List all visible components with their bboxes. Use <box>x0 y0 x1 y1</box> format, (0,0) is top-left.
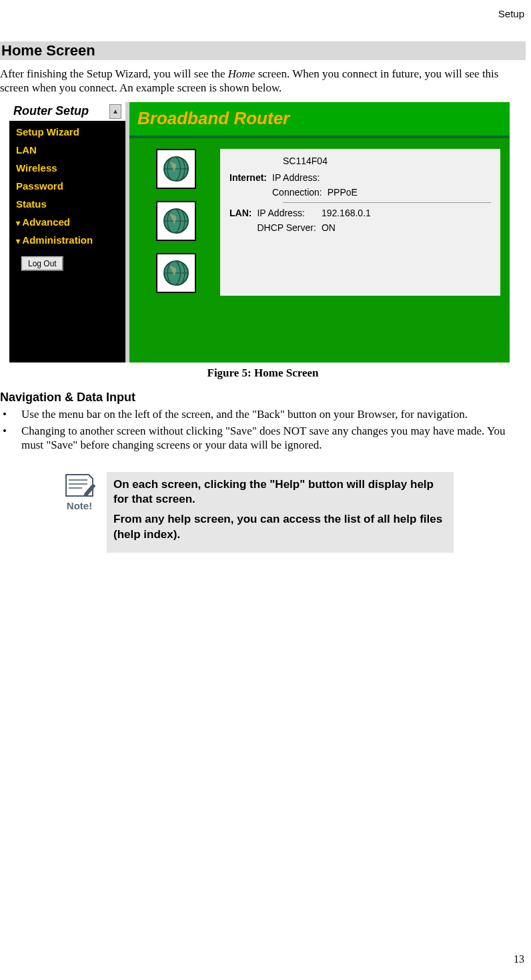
internet-label: Internet: <box>229 170 272 185</box>
globe-icon <box>156 253 196 293</box>
globe-icon <box>156 201 196 241</box>
logout-button[interactable]: Log Out <box>21 256 63 271</box>
globe-icon <box>156 149 196 189</box>
lan-label: LAN: <box>229 206 257 220</box>
bullet-list: •Use the menu bar on the left of the scr… <box>0 407 526 453</box>
router-screenshot: Router Setup ▲ Setup Wizard LAN Wireless… <box>9 102 510 362</box>
section-header: Setup <box>498 8 524 19</box>
internet-ip-label: IP Address: <box>272 170 328 185</box>
sidebar: Router Setup ▲ Setup Wizard LAN Wireless… <box>9 102 125 362</box>
sidebar-item-administration[interactable]: Administration <box>16 234 120 246</box>
sidebar-links: Setup Wizard LAN Wireless Password Statu… <box>9 121 125 246</box>
content-body: SC114F04 Internet: IP Address: Connectio… <box>129 138 510 362</box>
bullet-item: •Changing to another screen without clic… <box>0 424 526 453</box>
figure-home-screen: Router Setup ▲ Setup Wizard LAN Wireless… <box>9 102 526 362</box>
bullet-item: •Use the menu bar on the left of the scr… <box>0 407 526 421</box>
sidebar-item-status[interactable]: Status <box>16 198 120 210</box>
note-block: Note! On each screen, clicking the "Help… <box>60 472 454 552</box>
sidebar-title: Router Setup <box>13 104 89 118</box>
sidebar-item-lan[interactable]: LAN <box>16 144 120 156</box>
lan-ip-label: IP Address: <box>257 206 321 220</box>
intro-paragraph: After finishing the Setup Wizard, you wi… <box>0 67 526 95</box>
note-icon: Note! <box>60 472 99 552</box>
figure-caption: Figure 5: Home Screen <box>0 366 526 380</box>
sidebar-item-wireless[interactable]: Wireless <box>16 162 120 174</box>
lan-dhcp-label: DHCP Server: <box>257 220 321 235</box>
intro-text-a: After finishing the Setup Wizard, you wi… <box>0 67 228 80</box>
note-paragraph: On each screen, clicking the "Help" butt… <box>113 477 447 507</box>
scroll-up-icon[interactable]: ▲ <box>109 104 121 119</box>
bullet-text: Use the menu bar on the left of the scre… <box>21 407 468 421</box>
sidebar-item-setup-wizard[interactable]: Setup Wizard <box>16 126 120 138</box>
sidebar-title-bar: Router Setup ▲ <box>9 102 125 121</box>
globe-column <box>143 149 209 353</box>
intro-home-italic: Home <box>228 67 255 80</box>
bullet-text: Changing to another screen without click… <box>21 424 526 453</box>
internet-ip-value <box>328 170 363 185</box>
heading-home-screen: Home Screen <box>0 41 526 60</box>
internet-conn-value: PPPoE <box>328 185 363 200</box>
internet-conn-label: Connection: <box>272 185 328 200</box>
model-number: SC114F04 <box>283 156 491 166</box>
heading-navigation: Navigation & Data Input <box>0 391 526 405</box>
lan-dhcp-value: ON <box>322 220 376 235</box>
note-text-box: On each screen, clicking the "Help" butt… <box>107 472 454 552</box>
content-pane: Broadband Router SC114F <box>125 102 510 362</box>
info-panel: SC114F04 Internet: IP Address: Connectio… <box>220 149 500 296</box>
banner-title: Broadband Router <box>129 102 510 138</box>
sidebar-item-password[interactable]: Password <box>16 180 120 192</box>
lan-ip-value: 192.168.0.1 <box>322 206 376 220</box>
note-label: Note! <box>60 500 99 511</box>
note-paragraph: From any help screen, you can access the… <box>113 512 447 541</box>
sidebar-item-advanced[interactable]: Advanced <box>16 216 120 228</box>
page-number: 13 <box>514 953 524 965</box>
